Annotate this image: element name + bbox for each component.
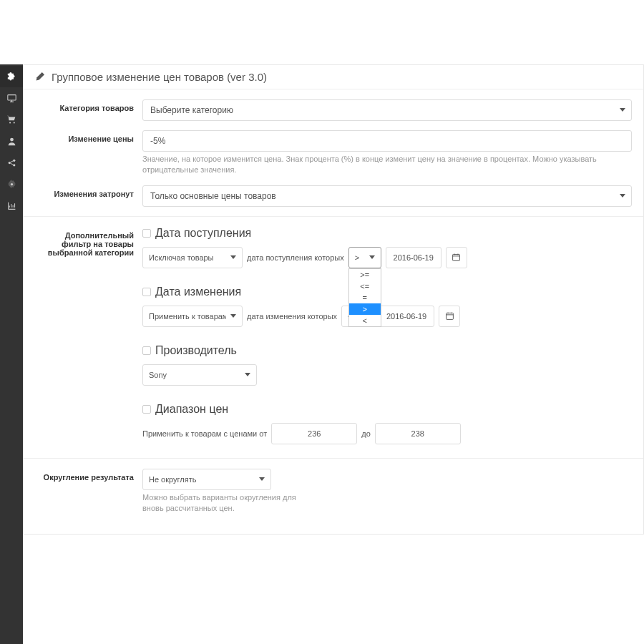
sidebar-item-user[interactable] — [0, 130, 23, 152]
svg-rect-0 — [7, 94, 15, 99]
calendar-icon — [452, 253, 461, 262]
puzzle-icon — [7, 72, 16, 82]
svg-point-3 — [10, 137, 14, 141]
range-mid: до — [361, 429, 371, 438]
op-option-lte[interactable]: <= — [349, 280, 381, 292]
svg-point-1 — [9, 122, 11, 123]
svg-rect-8 — [446, 313, 453, 320]
op-option-gte[interactable]: >= — [349, 269, 381, 280]
svg-point-6 — [13, 164, 15, 166]
pencil-icon — [35, 72, 44, 82]
rounding-select[interactable]: Не округлять — [142, 469, 271, 490]
share-icon — [7, 158, 16, 167]
panel: Групповое изменение цен товаров (ver 3.0… — [23, 64, 644, 535]
cart-icon — [7, 115, 16, 125]
change-date-checkbox[interactable] — [142, 288, 151, 296]
label-price-change: Изменение цены — [35, 130, 142, 176]
page-title: Групповое изменение цен товаров (ver 3.0… — [52, 71, 267, 83]
sidebar-item-modules[interactable] — [0, 66, 23, 87]
sidebar-item-display[interactable] — [0, 87, 23, 109]
range-prefix: Применить к товарам с ценами от — [142, 429, 267, 438]
category-select[interactable]: Выберите категорию — [142, 99, 632, 121]
change-mid-text: дата изменения которых — [247, 312, 337, 321]
monitor-icon — [7, 94, 16, 103]
op-option-lt[interactable]: < — [349, 315, 381, 326]
arrival-op-select[interactable]: > — [348, 247, 381, 268]
calendar-icon — [445, 311, 454, 321]
manufacturer-checkbox[interactable] — [142, 346, 151, 355]
arrival-date-title: Дата поступления — [155, 227, 251, 240]
gear-icon — [7, 180, 16, 189]
arrival-calendar-button[interactable] — [446, 247, 467, 268]
user-icon — [7, 137, 16, 146]
label-category: Категория товаров — [35, 99, 142, 121]
manufacturer-select[interactable]: Sony — [142, 364, 257, 386]
op-dropdown-list: >= <= = > < — [348, 268, 381, 327]
svg-point-5 — [13, 159, 15, 161]
label-rounding: Округление результата — [35, 469, 142, 514]
sidebar — [0, 64, 23, 644]
changes-affect-select[interactable]: Только основные цены товаров — [142, 185, 632, 207]
sidebar-item-reports[interactable] — [0, 195, 23, 216]
op-option-eq[interactable]: = — [349, 292, 381, 303]
change-calendar-button[interactable] — [439, 306, 460, 327]
sidebar-item-share[interactable] — [0, 152, 23, 173]
arrival-mode-select[interactable]: Исключая товары — [142, 247, 243, 268]
price-range-title: Диапазон цен — [155, 403, 228, 416]
divider — [24, 458, 643, 459]
label-changes-affect: Изменения затронут — [35, 185, 142, 207]
divider — [24, 216, 643, 217]
filter-arrival-date: Дата поступления Исключая товары дата по… — [142, 227, 632, 268]
sidebar-item-cart[interactable] — [0, 109, 23, 130]
arrival-mid-text: дата поступления которых — [247, 253, 344, 262]
svg-rect-7 — [453, 255, 460, 261]
change-date-title: Дата изменения — [155, 286, 241, 298]
price-from-input[interactable] — [271, 423, 357, 444]
filter-manufacturer: Производитель Sony — [142, 344, 632, 386]
price-change-help: Значение, на которое изменится цена. Зна… — [142, 154, 632, 176]
manufacturer-title: Производитель — [155, 344, 237, 357]
arrival-date-checkbox[interactable] — [142, 229, 151, 238]
svg-point-2 — [13, 122, 14, 123]
sidebar-item-settings[interactable] — [0, 173, 23, 195]
chart-icon — [7, 201, 16, 210]
svg-point-4 — [8, 161, 10, 163]
op-option-gt[interactable]: > — [349, 303, 381, 315]
price-range-checkbox[interactable] — [142, 405, 151, 414]
price-change-input[interactable] — [142, 130, 632, 152]
filter-change-date: Дата изменения Применить к товарам дата … — [142, 286, 632, 327]
price-to-input[interactable] — [375, 423, 461, 444]
filter-price-range: Диапазон цен Применить к товарам с ценам… — [142, 403, 632, 444]
change-date-input[interactable] — [379, 306, 434, 327]
label-add-filter: Дополнительный фильтр на товары выбранно… — [35, 227, 142, 449]
panel-heading: Групповое изменение цен товаров (ver 3.0… — [24, 65, 643, 89]
change-mode-select[interactable]: Применить к товарам — [142, 306, 243, 327]
arrival-date-input[interactable] — [386, 247, 441, 268]
rounding-help: Можно выбрать варианты округления для вн… — [142, 492, 314, 514]
